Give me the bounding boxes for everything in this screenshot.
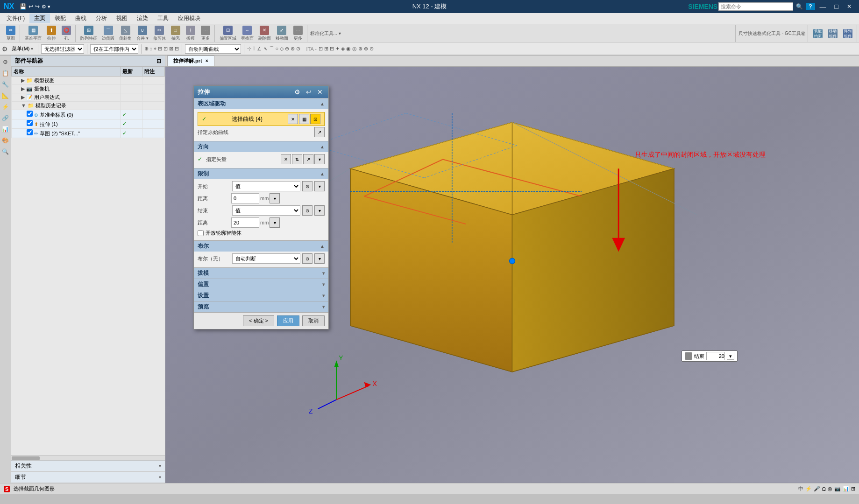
left-icon-7[interactable]: 📊 [1, 125, 10, 134]
scroll-thumb[interactable] [12, 456, 40, 460]
dialog-close-button[interactable]: ✕ [315, 88, 325, 96]
settings-icon[interactable]: ⚙ [2, 45, 8, 53]
offset-region-button[interactable]: ⊡ 偏置区域 [218, 25, 238, 42]
hole-button[interactable]: ⭕ 孔 [59, 25, 73, 42]
move-face-button[interactable]: ⤢ 移动面 [274, 25, 290, 42]
item-checkbox-extrude[interactable] [27, 120, 33, 126]
search-icon[interactable]: 🔍 [794, 3, 805, 10]
sketch-button[interactable]: ✏ 草图 [4, 25, 18, 42]
trim-body-button[interactable]: ✂ 修剪体 [151, 25, 168, 42]
nav-item-camera[interactable]: ▶ 📷 摄像机 [12, 85, 121, 93]
start-dropdown-btn[interactable]: ▾ [314, 181, 325, 191]
expand-icon-camera[interactable]: ▶ [21, 86, 25, 91]
status-icon-omega[interactable]: Ω [822, 486, 826, 492]
curve-select[interactable]: 自动判断曲线 [185, 44, 241, 54]
table-row[interactable]: ▶ 📝 用户表达式 [12, 93, 165, 102]
maximize-button[interactable]: □ [831, 2, 842, 11]
assembly-constraints-button[interactable]: 装配约束 [811, 28, 825, 39]
close-button[interactable]: ✕ [843, 2, 855, 11]
menu-view[interactable]: 视图 [112, 14, 132, 23]
array-component-button[interactable]: 阵列组件 [841, 28, 855, 39]
redo-icon[interactable]: ↪ [35, 3, 40, 10]
nav-item-extrude[interactable]: ⬆ 拉伸 (1) [12, 119, 121, 129]
nav-item-model-views[interactable]: ▶ 📁 模型视图 [12, 77, 121, 85]
dialog-title-bar[interactable]: 拉伸 ⚙ ↩ ✕ [194, 86, 328, 98]
table-row[interactable]: ▼ 📁 模型历史记录 [12, 102, 165, 110]
expand-icon[interactable]: ▶ [21, 77, 25, 83]
chamfer-button[interactable]: ◺ 倒斜角 [117, 25, 134, 42]
scope-select[interactable]: 仅在工作部件内 [90, 44, 138, 54]
start-type-btn[interactable]: ⊙ [302, 181, 312, 191]
cancel-button[interactable]: 取消 [302, 315, 325, 326]
settings-header[interactable]: 设置 ▾ [194, 290, 328, 301]
more-sync-button[interactable]: ⋯ 更多 [291, 25, 305, 42]
status-icon-mic[interactable]: 🎤 [814, 486, 820, 492]
end-distance-input[interactable] [231, 217, 259, 228]
status-icon-circle[interactable]: ◎ [828, 486, 832, 492]
vector-flip-button[interactable]: ⇅ [292, 154, 302, 164]
undo-icon[interactable]: ↩ [28, 3, 33, 10]
offset-header[interactable]: 偏置 ▾ [194, 279, 328, 290]
left-icon-4[interactable]: 📐 [1, 91, 10, 100]
end-dropdown-btn[interactable]: ▾ [314, 205, 325, 216]
left-icon-6[interactable]: 🔗 [1, 113, 10, 123]
dim-dropdown[interactable]: ▾ [727, 353, 734, 360]
curve-filter-button[interactable]: ▦ [299, 114, 309, 124]
boolean-header[interactable]: 布尔 ▲ [194, 240, 328, 252]
left-icon-1[interactable]: ⚙ [1, 57, 10, 67]
start-distance-input[interactable] [231, 193, 259, 203]
menu-dropdown[interactable]: 菜单(M) ▾ [10, 44, 35, 53]
status-icon-zhong[interactable]: 中 [798, 485, 803, 492]
left-icon-9[interactable]: 🔍 [1, 147, 10, 156]
more-features-button[interactable]: ⋯ 更多 [199, 25, 213, 42]
start-type-select[interactable]: 值 [232, 181, 300, 191]
menu-home[interactable]: 主页 [29, 14, 50, 23]
vector-menu-button[interactable]: ↗ [303, 154, 313, 164]
move-component-button[interactable]: 移动组件 [826, 28, 840, 39]
direction-header[interactable]: 方向 ▲ [194, 141, 328, 152]
apply-button[interactable]: 应用 [277, 315, 299, 326]
boolean-icon-btn[interactable]: ⊙ [302, 253, 312, 264]
menu-analysis[interactable]: 分析 [91, 14, 112, 23]
preview-header[interactable]: 预览 ▾ [194, 301, 328, 312]
end-type-btn[interactable]: ⊙ [302, 205, 312, 216]
tab-close-icon[interactable]: × [206, 58, 208, 63]
status-icon-grid[interactable]: ⊞ [851, 486, 855, 492]
dim-value-input[interactable] [706, 352, 725, 360]
table-row[interactable]: ⊕ 基准坐标系 (0) ✓ [12, 110, 165, 119]
curve-clear-button[interactable]: ✕ [288, 114, 298, 124]
expand-icon-expr[interactable]: ▶ [21, 94, 25, 100]
menu-assembly[interactable]: 装配 [50, 14, 71, 23]
left-icon-2[interactable]: 📋 [1, 69, 10, 78]
item-checkbox[interactable] [27, 111, 33, 117]
draft-header[interactable]: 拔模 ▾ [194, 267, 328, 279]
table-row[interactable]: ▶ 📁 模型视图 [12, 77, 165, 85]
menu-tools[interactable]: 工具 [153, 14, 173, 23]
origin-curve-button[interactable]: ↗ [314, 127, 325, 137]
table-row[interactable]: ▶ 📷 摄像机 [12, 85, 165, 93]
menu-file[interactable]: 文件(F) [2, 14, 29, 23]
replace-face-button[interactable]: ↔ 替换面 [239, 25, 256, 42]
dialog-minimize-button[interactable]: ↩ [304, 88, 313, 96]
vector-clear-button[interactable]: ✕ [281, 154, 291, 164]
datum-plane-button[interactable]: ▦ 基准平面 [23, 25, 43, 42]
menu-render[interactable]: 渲染 [132, 14, 153, 23]
dimension-tooltip[interactable]: 结束 ▾ [682, 350, 738, 362]
details-section[interactable]: 细节 ▾ [11, 472, 165, 483]
table-row[interactable]: ⬆ 拉伸 (1) ✓ [12, 119, 165, 129]
extrude-button[interactable]: ⬆ 拉伸 [44, 25, 58, 42]
nav-item-model-history[interactable]: ▼ 📁 模型历史记录 [12, 102, 121, 110]
edge-blend-button[interactable]: ⌒ 边倒圆 [100, 25, 116, 42]
minimize-button[interactable]: — [816, 2, 830, 11]
menu-app-modules[interactable]: 应用模块 [173, 14, 205, 23]
filter-select[interactable]: 无选择过滤器 [41, 44, 84, 54]
related-section[interactable]: 相关性 ▾ [11, 461, 165, 472]
delete-face-button[interactable]: ✕ 副除面 [256, 25, 273, 42]
left-icon-8[interactable]: 🎨 [1, 136, 10, 145]
pattern-feature-button[interactable]: ⊞ 阵列特征 [78, 25, 99, 42]
end-dist-dropdown[interactable]: ▾ [270, 217, 280, 228]
status-icon-camera[interactable]: 📷 [834, 486, 841, 492]
menu-curve[interactable]: 曲线 [71, 14, 91, 23]
nav-item-user-expressions[interactable]: ▶ 📝 用户表达式 [12, 93, 121, 102]
tab-extrude-detail[interactable]: 拉伸详解.prt × [167, 56, 214, 66]
